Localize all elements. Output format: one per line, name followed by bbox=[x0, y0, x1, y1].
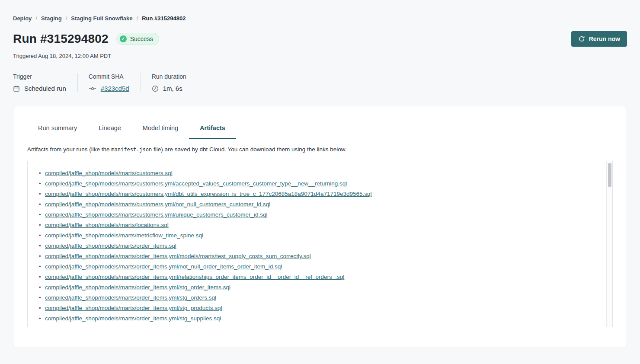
artifact-list-item: compiled/jaffle_shop/models/marts/metric… bbox=[45, 230, 602, 241]
rerun-now-label: Rerun now bbox=[589, 35, 620, 42]
artifact-link[interactable]: compiled/jaffle_shop/models/marts/custom… bbox=[45, 201, 270, 208]
scrollbar-thumb[interactable] bbox=[608, 163, 611, 187]
artifact-list-item: compiled/jaffle_shop/models/marts/custom… bbox=[45, 189, 602, 199]
meta-duration: Run duration 1m, 6s bbox=[141, 73, 198, 92]
commit-sha-link[interactable]: #323cd5d bbox=[101, 85, 129, 92]
tab-bar: Run summary Lineage Model timing Artifac… bbox=[27, 125, 613, 139]
status-badge-label: Success bbox=[130, 35, 153, 42]
artifacts-description-text: file) are saved by dbt Cloud. You can do… bbox=[152, 146, 346, 153]
artifact-link[interactable]: compiled/jaffle_shop/models/marts/order_… bbox=[45, 263, 282, 270]
meta-duration-value: 1m, 6s bbox=[163, 85, 182, 92]
clock-icon bbox=[152, 85, 159, 92]
breadcrumb-separator: / bbox=[35, 15, 37, 22]
artifact-list-item: compiled/jaffle_shop/models/marts/order_… bbox=[45, 324, 602, 327]
run-detail-page: Deploy / Staging / Staging Full Snowflak… bbox=[0, 0, 640, 348]
breadcrumb-current-run: Run #315294802 bbox=[142, 15, 186, 22]
artifacts-description-text: Artifacts from your runs (like the bbox=[27, 146, 111, 153]
artifact-list-item: compiled/jaffle_shop/models/marts/custom… bbox=[45, 179, 602, 189]
artifact-list-item: compiled/jaffle_shop/models/marts/order_… bbox=[45, 313, 602, 324]
breadcrumb-staging[interactable]: Staging bbox=[41, 15, 62, 22]
artifact-list-item: compiled/jaffle_shop/models/marts/order_… bbox=[45, 282, 602, 293]
artifact-list-item: compiled/jaffle_shop/models/marts/order_… bbox=[45, 303, 602, 313]
artifact-link[interactable]: compiled/jaffle_shop/models/marts/custom… bbox=[45, 211, 267, 218]
status-badge: ✓ Success bbox=[116, 33, 159, 45]
artifact-links-list: compiled/jaffle_shop/models/marts/custom… bbox=[28, 161, 612, 327]
artifact-list-item: compiled/jaffle_shop/models/marts/order_… bbox=[45, 241, 602, 251]
rerun-now-button[interactable]: Rerun now bbox=[571, 31, 627, 47]
vertical-scrollbar bbox=[606, 161, 612, 327]
meta-duration-label: Run duration bbox=[152, 73, 186, 80]
artifact-link[interactable]: compiled/jaffle_shop/models/marts/order_… bbox=[45, 294, 216, 301]
artifact-link[interactable]: compiled/jaffle_shop/models/marts/order_… bbox=[45, 253, 311, 259]
tab-lineage[interactable]: Lineage bbox=[88, 125, 132, 139]
triggered-timestamp: Triggered Aug 18, 2024, 12:00 AM PDT bbox=[13, 53, 627, 59]
artifact-link[interactable]: compiled/jaffle_shop/models/marts/order_… bbox=[45, 315, 221, 322]
breadcrumb: Deploy / Staging / Staging Full Snowflak… bbox=[13, 15, 627, 22]
artifact-link[interactable]: compiled/jaffle_shop/models/marts/order_… bbox=[45, 243, 176, 249]
run-meta-row: Trigger Scheduled run Commit SHA bbox=[13, 73, 627, 92]
artifact-link[interactable]: compiled/jaffle_shop/models/marts/custom… bbox=[45, 170, 173, 176]
artifact-link[interactable]: compiled/jaffle_shop/models/marts/custom… bbox=[45, 191, 372, 197]
artifact-link[interactable]: compiled/jaffle_shop/models/marts/custom… bbox=[45, 180, 347, 187]
artifact-link[interactable]: compiled/jaffle_shop/models/marts/locati… bbox=[45, 222, 169, 228]
calendar-icon bbox=[13, 85, 20, 92]
run-detail-card: Run summary Lineage Model timing Artifac… bbox=[13, 106, 627, 348]
meta-commit: Commit SHA #323cd5d bbox=[78, 73, 141, 92]
git-commit-icon bbox=[89, 85, 96, 92]
artifact-list-item: compiled/jaffle_shop/models/marts/locati… bbox=[45, 220, 602, 230]
artifact-list-item: compiled/jaffle_shop/models/marts/custom… bbox=[45, 199, 602, 210]
breadcrumb-job[interactable]: Staging Full Snowflake bbox=[71, 15, 132, 22]
tab-run-summary[interactable]: Run summary bbox=[27, 125, 88, 139]
tab-artifacts[interactable]: Artifacts bbox=[189, 125, 236, 139]
manifest-json-code: manifest.json bbox=[111, 147, 152, 153]
artifact-link[interactable]: compiled/jaffle_shop/models/marts/order_… bbox=[45, 305, 222, 311]
refresh-icon bbox=[578, 35, 585, 42]
artifact-link[interactable]: compiled/jaffle_shop/models/marts/order_… bbox=[45, 274, 344, 280]
artifact-list-item: compiled/jaffle_shop/models/marts/order_… bbox=[45, 293, 602, 303]
artifact-link[interactable]: compiled/jaffle_shop/models/marts/order_… bbox=[45, 326, 279, 327]
breadcrumb-separator: / bbox=[66, 15, 67, 22]
meta-trigger: Trigger Scheduled run bbox=[13, 73, 77, 92]
artifact-links-panel: compiled/jaffle_shop/models/marts/custom… bbox=[27, 161, 613, 327]
artifact-list-item: compiled/jaffle_shop/models/marts/custom… bbox=[45, 168, 602, 179]
tab-model-timing[interactable]: Model timing bbox=[132, 125, 189, 139]
success-check-icon: ✓ bbox=[120, 35, 127, 42]
page-title: Run #315294802 bbox=[13, 32, 109, 46]
breadcrumb-separator: / bbox=[137, 15, 138, 22]
artifacts-description: Artifacts from your runs (like the manif… bbox=[27, 146, 613, 153]
artifact-list-item: compiled/jaffle_shop/models/marts/order_… bbox=[45, 272, 602, 282]
meta-commit-label: Commit SHA bbox=[89, 73, 129, 80]
artifact-link[interactable]: compiled/jaffle_shop/models/marts/order_… bbox=[45, 284, 230, 291]
artifact-link[interactable]: compiled/jaffle_shop/models/marts/metric… bbox=[45, 232, 203, 239]
meta-trigger-value: Scheduled run bbox=[24, 85, 66, 92]
artifact-list-item: compiled/jaffle_shop/models/marts/custom… bbox=[45, 210, 602, 220]
meta-trigger-label: Trigger bbox=[13, 73, 66, 80]
breadcrumb-deploy[interactable]: Deploy bbox=[13, 15, 32, 22]
title-row: Run #315294802 ✓ Success Rerun now bbox=[13, 31, 627, 47]
artifact-list-item: compiled/jaffle_shop/models/marts/order_… bbox=[45, 262, 602, 272]
artifact-list-item: compiled/jaffle_shop/models/marts/order_… bbox=[45, 251, 602, 262]
